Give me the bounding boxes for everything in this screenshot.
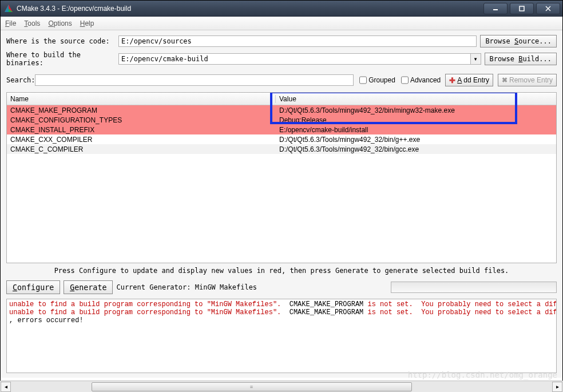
search-input[interactable] bbox=[35, 74, 354, 86]
menu-file[interactable]: File bbox=[5, 19, 16, 27]
cache-value[interactable]: D:/Qt/Qt5.6.3/Tools/mingw492_32/bin/gcc.… bbox=[276, 145, 556, 153]
window-titlebar: CMake 3.4.3 - E:/opencv/cmake-build bbox=[1, 1, 562, 17]
build-dropdown-icon[interactable]: ▾ bbox=[471, 53, 481, 65]
cache-table: Name Value CMAKE_MAKE_PROGRAMD:/Qt/Qt5.6… bbox=[6, 92, 557, 263]
progress-bar bbox=[391, 282, 557, 293]
cache-value[interactable]: Debug;Release bbox=[276, 116, 556, 124]
grouped-checkbox[interactable]: Grouped bbox=[359, 74, 395, 86]
maximize-button[interactable] bbox=[510, 3, 534, 14]
cmake-icon bbox=[4, 4, 13, 13]
scroll-right-icon[interactable]: ▸ bbox=[552, 382, 562, 392]
add-entry-button[interactable]: ✚ Add Entry bbox=[445, 74, 493, 86]
log-output[interactable]: unable to find a build program correspon… bbox=[6, 299, 557, 373]
browse-build-button[interactable]: Browse Build... bbox=[485, 53, 557, 65]
scroll-left-icon[interactable]: ◂ bbox=[1, 382, 11, 392]
scroll-thumb[interactable]: ≡ bbox=[92, 382, 412, 391]
generate-button[interactable]: Generate bbox=[64, 280, 113, 294]
minimize-button[interactable] bbox=[483, 3, 508, 14]
build-input[interactable] bbox=[118, 53, 471, 65]
configure-button[interactable]: Configure bbox=[6, 280, 60, 294]
scroll-track[interactable]: ≡ bbox=[11, 382, 552, 392]
svg-rect-4 bbox=[520, 6, 524, 11]
source-label: Where is the source code: bbox=[6, 37, 118, 45]
cache-name: CMAKE_INSTALL_PREFIX bbox=[7, 126, 276, 134]
hint-text: Press Configure to update and display ne… bbox=[6, 263, 557, 278]
plus-icon: ✚ bbox=[449, 76, 455, 85]
x-icon: ✖ bbox=[502, 76, 508, 84]
svg-marker-1 bbox=[5, 5, 9, 12]
column-value[interactable]: Value bbox=[276, 95, 556, 103]
cache-value[interactable]: E:/opencv/cmake-build/install bbox=[276, 126, 556, 134]
close-button[interactable] bbox=[536, 3, 560, 14]
window-title: CMake 3.4.3 - E:/opencv/cmake-build bbox=[17, 5, 483, 13]
table-row[interactable]: CMAKE_CXX_COMPILERD:/Qt/Qt5.6.3/Tools/mi… bbox=[7, 134, 556, 144]
menu-help[interactable]: Help bbox=[80, 19, 94, 27]
table-row[interactable]: CMAKE_C_COMPILERD:/Qt/Qt5.6.3/Tools/ming… bbox=[7, 144, 556, 154]
column-name[interactable]: Name bbox=[7, 95, 276, 103]
cache-name: CMAKE_C_COMPILER bbox=[7, 145, 276, 153]
menu-tools[interactable]: Tools bbox=[24, 19, 40, 27]
search-label: Search: bbox=[6, 76, 35, 84]
generator-label: Current Generator: MinGW Makefiles bbox=[116, 283, 257, 291]
table-row[interactable]: CMAKE_INSTALL_PREFIXE:/opencv/cmake-buil… bbox=[7, 125, 556, 134]
horizontal-scrollbar[interactable]: ◂ ≡ ▸ bbox=[0, 381, 563, 392]
table-row[interactable]: CMAKE_CONFIGURATION_TYPESDebug;Release bbox=[7, 115, 556, 125]
cache-name: CMAKE_CONFIGURATION_TYPES bbox=[7, 116, 276, 124]
remove-entry-button[interactable]: ✖ Remove Entry bbox=[498, 74, 557, 86]
build-label: Where to build the binaries: bbox=[6, 51, 118, 67]
cache-value[interactable]: D:/Qt/Qt5.6.3/Tools/mingw492_32/bin/g++.… bbox=[276, 136, 556, 144]
source-input[interactable] bbox=[118, 35, 477, 47]
cache-name: CMAKE_CXX_COMPILER bbox=[7, 136, 276, 144]
browse-source-button[interactable]: Browse Source... bbox=[480, 35, 557, 47]
cache-name: CMAKE_MAKE_PROGRAM bbox=[7, 106, 276, 114]
cache-value[interactable]: D:/Qt/Qt5.6.3/Tools/mingw492_32/bin/ming… bbox=[276, 106, 556, 114]
table-row[interactable]: CMAKE_MAKE_PROGRAMD:/Qt/Qt5.6.3/Tools/mi… bbox=[7, 105, 556, 115]
menu-options[interactable]: Options bbox=[48, 19, 72, 27]
advanced-checkbox[interactable]: Advanced bbox=[401, 74, 441, 86]
menubar: File Tools Options Help bbox=[1, 17, 562, 30]
